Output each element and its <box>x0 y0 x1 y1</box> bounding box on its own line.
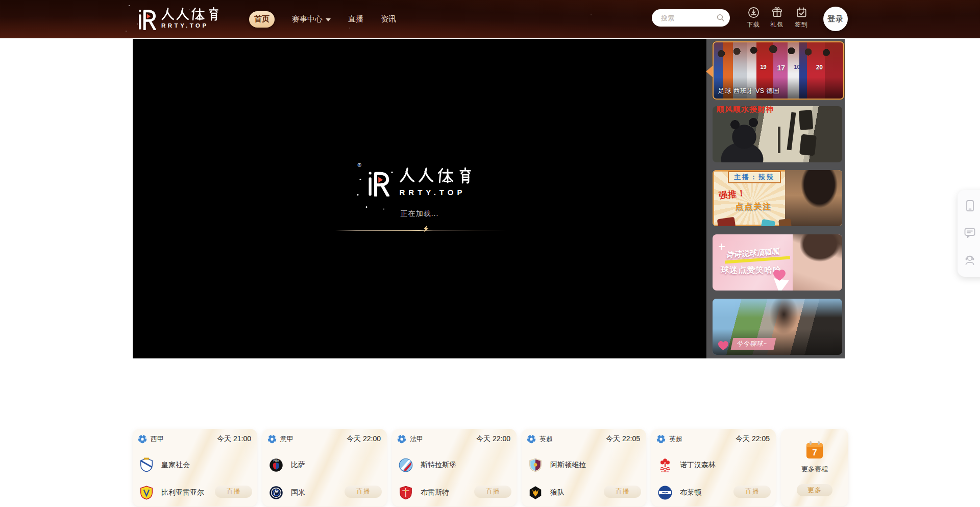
team-name: 狼队 <box>550 488 565 497</box>
more-button[interactable]: 更多 <box>797 484 832 496</box>
tablet-icon <box>963 199 976 212</box>
team-name: 布雷斯特 <box>421 488 449 497</box>
team-crest-strasbourg <box>398 457 413 473</box>
league-label: 英超 <box>669 434 682 444</box>
char-yu-icon <box>457 167 474 184</box>
support-agent-icon <box>963 253 976 267</box>
league-label: 英超 <box>540 434 553 444</box>
search-icon[interactable] <box>716 13 725 22</box>
team-name: 斯特拉斯堡 <box>421 461 456 470</box>
jersey-number: 19 <box>760 64 766 70</box>
search-box[interactable] <box>652 9 730 27</box>
char-ren-icon <box>161 8 174 20</box>
team-crest-villarreal <box>139 485 154 500</box>
nav-item-home[interactable]: 首页 <box>249 11 275 28</box>
watermark-wordmark <box>400 167 474 184</box>
feedback-button[interactable] <box>962 225 977 240</box>
league-label: 西甲 <box>151 434 164 444</box>
soccer-ball-icon <box>397 434 406 444</box>
loading-progress-bar <box>332 230 506 231</box>
team-name: 布莱顿 <box>680 488 701 497</box>
char-yu-icon <box>207 7 220 21</box>
team-name: 比萨 <box>291 461 305 470</box>
match-card[interactable]: 意甲 今天 22:00 PISA 比萨 <box>262 429 387 506</box>
match-cards-row: 西甲 今天 21:00 皇家社会 比利亚雷 <box>133 429 848 506</box>
nav-item-live[interactable]: 直播 <box>348 14 363 24</box>
team-crest-pisa: PISA <box>268 457 284 473</box>
snack-art <box>778 219 792 226</box>
match-card[interactable]: 法甲 今天 22:00 斯特拉斯堡 <box>392 429 517 506</box>
customer-service-button[interactable] <box>962 252 977 268</box>
search-input[interactable] <box>660 14 716 22</box>
league-label: 意甲 <box>280 434 293 444</box>
top-navbar: RRTY.TOP 首页 赛事中心 直播 资讯 下载 <box>0 0 980 38</box>
calendar-icon: 7 <box>804 440 825 461</box>
quick-link-download[interactable]: 下载 <box>741 7 766 29</box>
floating-toolbar <box>958 190 980 277</box>
jersey-number: 20 <box>816 64 823 71</box>
main-nav: 首页 赛事中心 直播 资讯 <box>249 0 396 38</box>
banner-match-promo[interactable]: 19 17 10 20 足球 西班牙 VS 德国 <box>713 41 844 100</box>
svg-text:PISA: PISA <box>274 460 279 462</box>
brand-domain: RRTY.TOP <box>161 22 220 29</box>
char-ren-icon <box>400 167 415 183</box>
banner-mascot-promo[interactable]: 顺风顺水接财神 <box>713 106 842 162</box>
live-button[interactable]: 直播 <box>215 486 252 498</box>
heart-icon <box>773 269 786 281</box>
match-card[interactable]: 英超 今天 22:05 阿斯顿维拉 <box>522 429 646 506</box>
jersey-number: 10 <box>794 64 800 70</box>
match-card[interactable]: 英超 今天 22:05 FOREST 诺丁汉森林 <box>651 429 776 506</box>
soccer-ball-icon <box>267 434 277 444</box>
brand-r-mark-icon <box>366 168 390 197</box>
nav-item-match-center[interactable]: 赛事中心 <box>292 14 331 24</box>
live-button[interactable]: 直播 <box>474 486 511 498</box>
team-name: 比利亚雷亚尔 <box>161 488 204 497</box>
league-label: 法甲 <box>410 434 423 444</box>
anchor-photo <box>793 234 842 291</box>
more-schedule-card[interactable]: 7 更多赛程 更多 <box>781 429 848 506</box>
soccer-ball-icon <box>656 434 666 444</box>
char-ren-icon <box>419 167 434 183</box>
team-crest-wolves <box>528 485 543 500</box>
match-card[interactable]: 西甲 今天 21:00 皇家社会 比利亚雷 <box>133 429 257 506</box>
char-ti-icon <box>437 167 454 184</box>
svg-text:7: 7 <box>812 448 817 457</box>
sparkle-dots <box>360 179 361 180</box>
live-button[interactable]: 直播 <box>345 486 382 498</box>
banner-ribbon-label: 兮兮聊球~ <box>731 338 776 350</box>
banner-anchor-promo-3[interactable]: 兮兮聊球~ <box>713 299 842 355</box>
banner-anchor-tab: 主播：辣辣 <box>728 171 781 183</box>
chat-bubble-icon <box>963 226 976 239</box>
team-name: 诺丁汉森林 <box>680 461 716 470</box>
banner-rail: 19 17 10 20 足球 西班牙 VS 德国 顺风顺水接财神 主播：辣辣 强… <box>706 39 845 358</box>
quick-link-checkin[interactable]: 签到 <box>789 7 814 29</box>
loading-text: 正在加载... <box>133 209 706 219</box>
brand-logo[interactable]: RRTY.TOP <box>136 7 220 30</box>
login-button[interactable]: 登录 <box>823 7 848 31</box>
download-circle-icon <box>748 7 760 18</box>
team-crest-inter <box>268 485 284 500</box>
player-watermark: ® RRTY.TOP <box>366 167 474 197</box>
nav-item-news[interactable]: 资讯 <box>381 14 396 24</box>
banner-anchor-promo-1[interactable]: 主播：辣辣 强推！ 点点关注 <box>713 170 842 226</box>
page: RRTY.TOP 首页 赛事中心 直播 资讯 下载 <box>0 0 980 507</box>
live-button[interactable]: 直播 <box>604 486 641 498</box>
live-button[interactable]: 直播 <box>733 486 771 498</box>
banner-text-line2: 点点关注 <box>735 202 772 212</box>
chevron-down-icon <box>326 18 331 21</box>
banner-anchor-promo-2[interactable]: 诗诗说球顶呱呱 球迷点赞笑哈哈 <box>713 234 842 291</box>
app-download-button[interactable] <box>962 198 977 213</box>
char-ren-icon <box>176 8 189 20</box>
match-time: 今天 22:00 <box>347 434 381 444</box>
selected-banner-arrow-icon <box>706 66 713 77</box>
soccer-ball-icon <box>527 434 536 444</box>
char-ti-icon <box>191 7 205 21</box>
team-name: 阿斯顿维拉 <box>550 461 586 470</box>
team-crest-brest <box>398 485 413 500</box>
calendar-check-icon <box>796 7 807 18</box>
watermark-domain: RRTY.TOP <box>400 188 474 197</box>
quick-link-gift[interactable]: 礼包 <box>765 7 789 29</box>
banner-photo-art <box>713 106 842 162</box>
team-crest-real-sociedad <box>139 457 154 473</box>
video-player[interactable]: ® RRTY.TOP 正在加载... <box>133 39 706 358</box>
